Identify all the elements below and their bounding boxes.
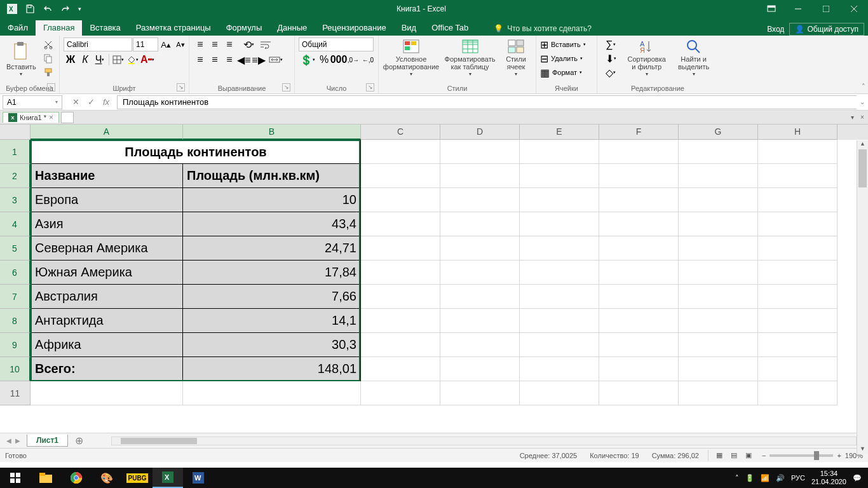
cell[interactable]	[520, 285, 599, 309]
cell[interactable]	[599, 285, 679, 309]
notifications-icon[interactable]: 💬	[853, 474, 862, 482]
cell[interactable]	[679, 285, 758, 309]
col-header-A[interactable]: A	[31, 125, 183, 140]
cancel-formula-icon[interactable]: ✕	[69, 95, 83, 109]
share-button[interactable]: 👤 Общий доступ	[789, 23, 864, 36]
cell[interactable]	[440, 381, 520, 405]
insert-cells-button[interactable]: Вставить	[551, 41, 581, 48]
scroll-down-icon[interactable]: ▼	[857, 445, 868, 454]
cell[interactable]	[520, 188, 599, 212]
minimize-button[interactable]	[784, 0, 812, 18]
cell[interactable]	[758, 357, 837, 381]
signin-link[interactable]: Вход	[767, 25, 784, 34]
tab-data[interactable]: Данные	[269, 20, 315, 36]
enter-formula-icon[interactable]: ✓	[84, 95, 98, 109]
cell[interactable]: Площадь (млн.кв.км)	[183, 164, 361, 188]
cell[interactable]: Австралия	[31, 285, 183, 309]
row-header[interactable]: 3	[0, 188, 31, 212]
font-launcher[interactable]: ↘	[177, 83, 185, 92]
decrease-decimal-icon[interactable]: ←,0	[361, 53, 375, 67]
tray-chevron-icon[interactable]: ˄	[735, 474, 739, 482]
cell[interactable]: Антарктида	[31, 309, 183, 333]
cell[interactable]	[758, 212, 837, 236]
cell[interactable]	[599, 357, 679, 381]
cell[interactable]	[31, 381, 183, 405]
font-name-combo[interactable]	[64, 37, 132, 51]
cell[interactable]: Название	[31, 164, 183, 188]
col-header-E[interactable]: E	[520, 125, 599, 140]
cell[interactable]	[183, 381, 361, 405]
row-header[interactable]: 11	[0, 381, 31, 405]
cell[interactable]	[599, 164, 679, 188]
format-cells-button[interactable]: Формат	[552, 69, 577, 76]
cell[interactable]	[361, 285, 440, 309]
cell[interactable]	[361, 357, 440, 381]
align-bottom-icon[interactable]: ≡	[222, 37, 236, 51]
increase-indent-icon[interactable]: ≡▶	[252, 53, 266, 67]
cell[interactable]	[679, 236, 758, 261]
fill-icon[interactable]: ⬇▾	[601, 51, 620, 65]
cell[interactable]	[679, 381, 758, 405]
align-middle-icon[interactable]: ≡	[208, 37, 222, 51]
delete-cells-button[interactable]: Удалить	[551, 55, 578, 62]
cell[interactable]	[361, 188, 440, 212]
increase-decimal-icon[interactable]: ,0→	[346, 53, 360, 67]
cell[interactable]	[758, 188, 837, 212]
cut-icon[interactable]	[41, 37, 55, 51]
cell[interactable]	[679, 140, 758, 164]
tab-close-icon[interactable]: ×	[858, 114, 867, 121]
underline-button[interactable]: Ч▾	[93, 53, 107, 67]
italic-button[interactable]: К	[78, 53, 92, 67]
number-format-combo[interactable]	[299, 37, 374, 51]
conditional-formatting-button[interactable]: Условное форматирование▾	[383, 37, 440, 79]
cell[interactable]	[599, 188, 679, 212]
expand-formula-icon[interactable]: ⌄	[858, 98, 867, 105]
font-size-combo[interactable]	[133, 37, 158, 51]
hscroll-thumb[interactable]	[121, 438, 197, 444]
font-color-icon[interactable]: A▾	[140, 53, 154, 67]
tell-me-search[interactable]: 💡 Что вы хотите сделать?	[489, 22, 597, 36]
chrome-icon[interactable]	[61, 468, 92, 488]
cell[interactable]: 17,84	[183, 261, 361, 285]
cell[interactable]	[758, 381, 837, 405]
cell[interactable]	[361, 261, 440, 285]
cell[interactable]	[520, 164, 599, 188]
collapse-ribbon-icon[interactable]: ˄	[862, 83, 865, 91]
row-header[interactable]: 6	[0, 261, 31, 285]
page-break-view-icon[interactable]: ▣	[742, 450, 756, 461]
tab-file[interactable]: Файл	[0, 20, 36, 36]
wrap-text-icon[interactable]	[256, 37, 275, 51]
increase-font-icon[interactable]: A▴	[159, 37, 173, 51]
workbook-tab[interactable]: X Книга1 * ×	[3, 112, 59, 123]
cell[interactable]: 43,4	[183, 212, 361, 236]
row-header[interactable]: 4	[0, 212, 31, 236]
cell[interactable]	[520, 140, 599, 164]
cell[interactable]	[520, 333, 599, 357]
col-header-G[interactable]: G	[679, 125, 758, 140]
maximize-button[interactable]	[812, 0, 840, 18]
cell[interactable]	[520, 357, 599, 381]
tab-layout[interactable]: Разметка страницы	[128, 20, 219, 36]
select-all-corner[interactable]	[0, 125, 31, 140]
cell[interactable]	[361, 236, 440, 261]
zoom-in-button[interactable]: +	[837, 452, 841, 459]
fill-color-icon[interactable]: ▾	[126, 53, 140, 67]
sort-filter-button[interactable]: AЯ Сортировка и фильтр▾	[623, 37, 670, 79]
find-select-button[interactable]: Найти и выделить▾	[673, 37, 714, 79]
tab-review[interactable]: Рецензирование	[315, 20, 393, 36]
cell[interactable]	[758, 164, 837, 188]
row-header[interactable]: 9	[0, 333, 31, 357]
cell[interactable]: Северная Америка	[31, 236, 183, 261]
name-box[interactable]: A1▾	[3, 95, 62, 109]
col-header-F[interactable]: F	[599, 125, 679, 140]
cell[interactable]	[758, 309, 837, 333]
clipboard-launcher[interactable]: ↘	[47, 83, 55, 92]
zoom-knob[interactable]	[814, 451, 819, 460]
formula-input[interactable]: Площадь континентов	[117, 95, 857, 109]
row-header[interactable]: 2	[0, 164, 31, 188]
cell[interactable]	[440, 140, 520, 164]
save-icon[interactable]	[22, 2, 38, 16]
cell[interactable]	[758, 140, 837, 164]
cell[interactable]: 10	[183, 188, 361, 212]
col-header-C[interactable]: C	[361, 125, 440, 140]
